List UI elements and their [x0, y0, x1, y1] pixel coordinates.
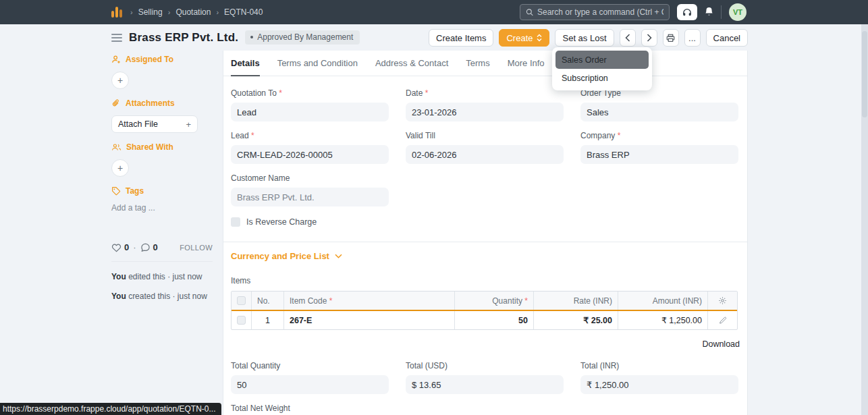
required-marker: * [425, 88, 429, 98]
attachments-section: Attachments [111, 99, 213, 108]
add-tag-input[interactable]: Add a tag ... [111, 203, 213, 213]
quantity-cell[interactable]: 50 [455, 311, 534, 329]
comment-icon[interactable] [140, 243, 151, 252]
attachments-label: Attachments [126, 99, 175, 108]
amount-cell[interactable]: ₹ 1,250.00 [618, 311, 708, 329]
scrollbar-track[interactable] [861, 24, 868, 415]
status-badge: Approved By Management [245, 30, 360, 45]
row-checkbox[interactable] [237, 316, 246, 325]
field-label: Date [406, 88, 423, 98]
tab-details[interactable]: Details [231, 51, 260, 76]
tab-more-info[interactable]: More Info [508, 51, 545, 76]
avatar[interactable]: VT [729, 3, 747, 21]
items-grid-row[interactable]: 1 267-E 50 ₹ 25.00 ₹ 1,250.00 [232, 311, 737, 329]
field-label: Total Quantity [231, 361, 389, 370]
attach-file-label: Attach File [118, 119, 158, 129]
field-date: Date * 23-01-2026 [406, 88, 564, 121]
total-usd-value: $ 13.65 [406, 375, 564, 394]
paperclip-icon [111, 99, 121, 108]
printer-icon [666, 34, 675, 43]
plus-icon: + [186, 119, 191, 130]
chevron-right-icon: › [216, 8, 219, 16]
select-all-checkbox[interactable] [237, 296, 246, 305]
edit-pencil-icon[interactable] [719, 316, 727, 325]
items-table-label: Items [231, 276, 740, 285]
breadcrumb-selling[interactable]: Selling [138, 7, 163, 17]
breadcrumb-document[interactable]: EQTN-040 [224, 7, 263, 17]
user-plus-icon [111, 55, 121, 64]
field-quotation-to: Quotation To * Lead [231, 88, 389, 121]
tags-label: Tags [126, 186, 144, 196]
shared-with-section: Shared With [111, 142, 213, 152]
add-assignment-button[interactable]: + [111, 72, 129, 89]
help-button[interactable] [677, 4, 697, 20]
follow-button[interactable]: FOLLOW [180, 244, 213, 252]
field-total-usd: Total (USD) $ 13.65 [406, 361, 564, 394]
is-reverse-charge-checkbox[interactable] [231, 217, 240, 227]
link-status-tooltip: https://brasserpdemo.frappe.cloud/app/qu… [0, 403, 221, 415]
scrollbar-thumb[interactable] [862, 31, 867, 117]
quotation-to-input[interactable]: Lead [231, 103, 389, 121]
field-label: Total Net Weight [231, 404, 389, 413]
gear-icon[interactable] [718, 296, 727, 305]
status-badge-label: Approved By Management [257, 32, 353, 42]
search-input[interactable] [537, 7, 663, 17]
next-document-button[interactable] [641, 29, 657, 47]
lead-input[interactable]: CRM-LEAD-2026-00005 [231, 145, 389, 164]
tab-terms[interactable]: Terms [466, 51, 489, 76]
create-button[interactable]: Create [499, 29, 549, 47]
download-row: Download [223, 339, 740, 349]
required-marker: * [329, 296, 333, 306]
currency-section-toggle[interactable]: Currency and Price List [231, 251, 740, 261]
field-company: Company * Brass ERP [580, 131, 738, 164]
chevron-right-icon: › [130, 8, 133, 16]
menu-item-subscription[interactable]: Subscription [555, 69, 649, 87]
form-body: Details Terms and Condition Address & Co… [223, 51, 748, 415]
attach-file-button[interactable]: Attach File + [111, 115, 198, 133]
breadcrumb: › Selling › Quotation › EQTN-040 [130, 7, 263, 17]
company-input[interactable]: Brass ERP [580, 145, 738, 164]
chevron-right-icon [647, 34, 652, 42]
heart-icon[interactable] [111, 243, 121, 252]
cancel-button[interactable]: Cancel [706, 29, 748, 47]
select-chevrons-icon [537, 34, 542, 42]
set-as-lost-button[interactable]: Set as Lost [555, 29, 614, 47]
required-marker: * [618, 131, 621, 140]
app-logo-icon[interactable] [111, 7, 122, 18]
required-marker: * [524, 296, 528, 306]
menu-button[interactable]: ... [684, 29, 701, 47]
likes-count: 0 [124, 242, 129, 252]
field-label: Total (USD) [406, 361, 564, 370]
total-quantity-value: 50 [231, 375, 389, 394]
col-item-code: Item Code * [284, 292, 455, 310]
navbar: › Selling › Quotation › EQTN-040 VT [0, 0, 868, 24]
tab-terms-and-condition[interactable]: Terms and Condition [277, 51, 358, 76]
bell-icon [704, 6, 714, 17]
field-valid-till: Valid Till 02-06-2026 [406, 131, 564, 164]
breadcrumb-quotation[interactable]: Quotation [175, 7, 211, 17]
customer-name-input[interactable]: Brass ERP Pvt. Ltd. [231, 188, 389, 206]
create-items-button[interactable]: Create Items [429, 29, 493, 47]
global-search[interactable] [520, 4, 670, 20]
notifications-button[interactable] [704, 6, 714, 17]
add-share-button[interactable]: + [111, 159, 129, 177]
valid-till-input[interactable]: 02-06-2026 [406, 145, 564, 164]
timeline-entry: You edited this · just now [111, 272, 213, 281]
navbar-divider [721, 5, 722, 19]
rate-cell[interactable]: ₹ 25.00 [534, 311, 618, 329]
tab-address-contact[interactable]: Address & Contact [375, 51, 448, 76]
field-label: Quotation To [231, 88, 277, 98]
date-input[interactable]: 23-01-2026 [406, 103, 564, 121]
menu-item-sales-order[interactable]: Sales Order [555, 51, 649, 69]
section-title: Currency and Price List [231, 251, 329, 261]
print-button[interactable] [663, 29, 679, 47]
required-marker: * [279, 88, 282, 98]
page-title: Brass ERP Pvt. Ltd. [129, 31, 238, 45]
prev-document-button[interactable] [620, 29, 636, 47]
is-reverse-charge-field: Is Reverse Charge [231, 217, 740, 227]
download-link[interactable]: Download [702, 339, 740, 349]
item-code-cell[interactable]: 267-E [284, 311, 455, 329]
users-icon [111, 142, 121, 152]
order-type-input[interactable]: Sales [580, 103, 738, 121]
sidebar-toggle-icon[interactable] [111, 34, 122, 42]
